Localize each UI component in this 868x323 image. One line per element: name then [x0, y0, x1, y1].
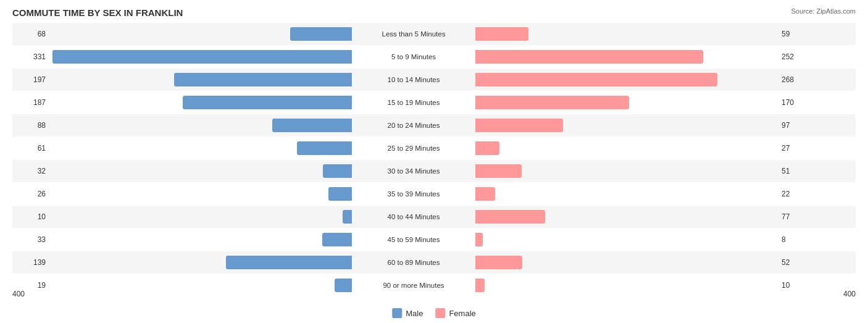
legend-female-box [435, 308, 445, 318]
row-label: 40 to 44 Minutes [352, 213, 475, 220]
legend-male-label: Male [406, 309, 423, 318]
table-row: 68Less than 5 Minutes59 [12, 23, 856, 45]
male-value: 33 [12, 235, 49, 244]
table-row: 8820 to 24 Minutes97 [12, 114, 856, 136]
male-value: 197 [12, 75, 49, 84]
female-bar [475, 210, 545, 224]
row-label: 90 or more Minutes [352, 282, 475, 289]
legend-female: Female [435, 308, 475, 318]
bars-area: 68Less than 5 Minutes593315 to 9 Minutes… [12, 23, 856, 296]
row-label: 20 to 24 Minutes [352, 122, 475, 129]
male-value: 88 [12, 121, 49, 130]
female-value: 252 [778, 52, 815, 61]
female-bar [475, 256, 522, 269]
male-bar [183, 96, 352, 109]
female-bar [475, 27, 528, 41]
male-bar [328, 187, 352, 201]
table-row: 19710 to 14 Minutes268 [12, 69, 856, 91]
legend-female-label: Female [449, 309, 475, 318]
table-row: 3230 to 34 Minutes51 [12, 160, 856, 182]
source-label: Source: ZipAtlas.com [791, 7, 856, 15]
male-value: 61 [12, 144, 49, 153]
female-value: 170 [778, 98, 815, 107]
female-value: 59 [778, 30, 815, 38]
male-bar [52, 50, 352, 64]
male-value: 10 [12, 212, 49, 221]
female-value: 8 [778, 235, 815, 244]
female-value: 77 [778, 212, 815, 221]
legend-male: Male [392, 308, 423, 318]
row-label: 30 to 34 Minutes [352, 167, 475, 175]
female-bar [475, 96, 629, 109]
male-bar [297, 141, 352, 155]
male-bar [322, 233, 352, 246]
row-label: 35 to 39 Minutes [352, 190, 475, 198]
chart-container: COMMUTE TIME BY SEX IN FRANKLIN Source: … [0, 0, 868, 323]
table-row: 1040 to 44 Minutes77 [12, 206, 856, 228]
table-row: 6125 to 29 Minutes27 [12, 137, 856, 159]
female-value: 22 [778, 190, 815, 198]
female-bar [475, 50, 703, 64]
male-value: 19 [12, 281, 49, 290]
female-value: 268 [778, 75, 815, 84]
female-value: 52 [778, 258, 815, 267]
male-bar [174, 73, 352, 86]
female-value: 97 [778, 121, 815, 130]
table-row: 13960 to 89 Minutes52 [12, 251, 856, 274]
male-value: 139 [12, 258, 49, 267]
male-value: 26 [12, 190, 49, 198]
row-label: 15 to 19 Minutes [352, 99, 475, 106]
row-label: 25 to 29 Minutes [352, 145, 475, 152]
male-bar [290, 27, 352, 41]
female-value: 27 [778, 144, 815, 153]
row-label: Less than 5 Minutes [352, 30, 475, 38]
row-label: 10 to 14 Minutes [352, 76, 475, 83]
row-label: 5 to 9 Minutes [352, 53, 475, 61]
female-value: 10 [778, 281, 815, 290]
table-row: 18715 to 19 Minutes170 [12, 91, 856, 114]
female-bar [475, 141, 499, 155]
table-row: 1990 or more Minutes10 [12, 274, 856, 296]
female-bar [475, 164, 522, 178]
male-value: 187 [12, 98, 49, 107]
female-bar [475, 233, 483, 246]
male-bar [226, 256, 352, 269]
table-row: 2635 to 39 Minutes22 [12, 183, 856, 205]
female-bar [475, 119, 563, 132]
male-value: 68 [12, 30, 49, 38]
legend: Male Female [392, 308, 476, 318]
legend-male-box [392, 308, 402, 318]
row-label: 45 to 59 Minutes [352, 236, 475, 243]
male-value: 32 [12, 167, 49, 175]
male-bar [343, 210, 352, 224]
table-row: 3345 to 59 Minutes8 [12, 229, 856, 251]
female-bar [475, 187, 495, 201]
chart-title: COMMUTE TIME BY SEX IN FRANKLIN [12, 7, 856, 18]
axis-right: 400 [843, 290, 856, 298]
axis-left: 400 [12, 290, 25, 298]
row-label: 60 to 89 Minutes [352, 259, 475, 266]
female-bar [475, 279, 485, 292]
female-value: 51 [778, 167, 815, 175]
male-value: 331 [12, 52, 49, 61]
male-bar [323, 164, 352, 178]
male-bar [335, 279, 352, 292]
table-row: 3315 to 9 Minutes252 [12, 46, 856, 68]
male-bar [272, 119, 352, 132]
female-bar [475, 73, 717, 86]
